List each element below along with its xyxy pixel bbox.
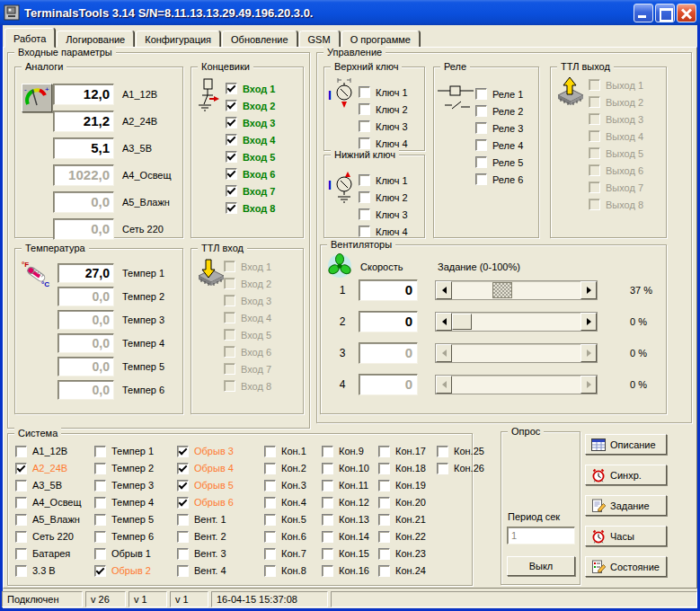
system-checkbox[interactable] [94,480,106,491]
system-checkbox[interactable] [15,548,27,560]
limit-switch-checkbox[interactable] [226,134,237,146]
slider-right-arrow[interactable] [580,344,597,362]
system-checkbox[interactable] [94,565,106,577]
relay-checkbox[interactable] [475,122,487,134]
ttl-output-checkbox[interactable] [589,199,600,210]
system-checkbox[interactable] [322,480,333,491]
slider-right-arrow[interactable] [580,281,597,299]
ttl-input-checkbox[interactable] [224,278,235,289]
upper-key-checkbox[interactable] [359,103,370,115]
system-checkbox[interactable] [15,480,27,491]
minimize-button[interactable] [634,4,653,22]
system-checkbox[interactable] [177,565,189,577]
limit-switch-checkbox[interactable] [226,168,237,180]
ttl-input-checkbox[interactable] [224,329,235,341]
ttl-output-checkbox[interactable] [589,130,600,142]
system-checkbox[interactable] [322,531,333,543]
lower-key-checkbox[interactable] [359,191,370,203]
system-checkbox[interactable] [322,514,333,526]
system-checkbox[interactable] [15,514,27,526]
system-checkbox[interactable] [15,446,27,457]
system-checkbox[interactable] [378,446,390,457]
slider-left-arrow[interactable] [436,376,452,394]
ttl-input-checkbox[interactable] [224,363,235,375]
system-checkbox[interactable] [378,531,390,543]
analog-value-field[interactable]: 5,1 [53,137,114,159]
upper-key-checkbox[interactable] [359,137,370,149]
system-checkbox[interactable] [378,548,390,560]
limit-switch-checkbox[interactable] [226,151,237,163]
system-checkbox[interactable] [94,548,106,560]
lower-key-checkbox[interactable] [359,226,370,237]
slider-left-arrow[interactable] [436,344,452,362]
ttl-output-checkbox[interactable] [589,164,600,176]
system-checkbox[interactable] [322,446,333,457]
temperature-value-field[interactable]: 0,0 [58,357,114,376]
system-checkbox[interactable] [15,463,27,474]
system-checkbox[interactable] [15,565,27,577]
slider-thumb[interactable] [452,314,472,330]
relay-checkbox[interactable] [475,139,487,151]
ttl-output-checkbox[interactable] [589,113,600,125]
slider-left-arrow[interactable] [436,281,452,299]
system-checkbox[interactable] [15,531,27,543]
state-button[interactable]: Состояние [585,556,667,577]
system-checkbox[interactable] [264,531,276,543]
system-checkbox[interactable] [264,463,276,474]
upper-key-checkbox[interactable] [359,86,370,98]
fan-speed-field[interactable]: 0 [359,311,418,332]
tab[interactable]: Работа [4,28,55,48]
system-checkbox[interactable] [322,548,333,560]
slider-left-arrow[interactable] [436,313,452,331]
analog-value-field[interactable]: 0,0 [53,191,114,213]
slider-thumb[interactable] [492,282,512,298]
system-checkbox[interactable] [177,531,189,543]
analog-value-field[interactable]: 12,0 [53,84,114,105]
ttl-input-checkbox[interactable] [224,261,235,272]
system-checkbox[interactable] [177,548,189,560]
tab[interactable]: Конфигурация [136,31,220,48]
analog-value-field[interactable]: 1022,0 [53,164,114,186]
system-checkbox[interactable] [322,565,333,577]
fan-setpoint-slider[interactable] [435,312,598,332]
setpoint-button[interactable]: Задание [585,495,667,516]
upper-key-checkbox[interactable] [359,120,370,132]
system-checkbox[interactable] [177,514,189,526]
ttl-input-checkbox[interactable] [224,312,235,323]
maximize-button[interactable] [655,4,675,22]
fan-setpoint-slider[interactable] [435,343,598,363]
system-checkbox[interactable] [264,548,276,560]
system-checkbox[interactable] [177,480,189,491]
system-checkbox[interactable] [378,565,390,577]
ttl-output-checkbox[interactable] [589,79,600,91]
system-checkbox[interactable] [322,463,333,474]
limit-switch-checkbox[interactable] [226,83,237,94]
system-checkbox[interactable] [378,497,390,509]
system-checkbox[interactable] [264,446,276,457]
system-checkbox[interactable] [437,446,448,457]
limit-switch-checkbox[interactable] [226,202,237,214]
tab[interactable]: О программе [341,31,420,48]
tab[interactable]: Обновление [222,31,297,48]
clock-button[interactable]: Часы [585,526,667,546]
tab[interactable]: GSM [299,31,340,48]
temperature-value-field[interactable]: 0,0 [58,380,114,400]
ttl-input-checkbox[interactable] [224,346,235,358]
system-checkbox[interactable] [94,497,106,509]
system-checkbox[interactable] [177,463,189,474]
fan-speed-field[interactable]: 0 [359,374,418,395]
system-checkbox[interactable] [264,497,276,509]
limit-switch-checkbox[interactable] [226,117,237,128]
limit-switch-checkbox[interactable] [226,185,237,197]
system-checkbox[interactable] [378,514,390,526]
lower-key-checkbox[interactable] [359,174,370,186]
analog-value-field[interactable]: 0,0 [53,218,114,240]
relay-checkbox[interactable] [475,156,487,168]
fan-speed-field[interactable]: 0 [359,342,418,364]
system-checkbox[interactable] [94,463,106,474]
relay-checkbox[interactable] [475,173,487,185]
system-checkbox[interactable] [378,463,390,474]
fan-setpoint-slider[interactable] [435,280,598,300]
close-button[interactable] [677,4,696,22]
temperature-value-field[interactable]: 27,0 [58,263,114,283]
